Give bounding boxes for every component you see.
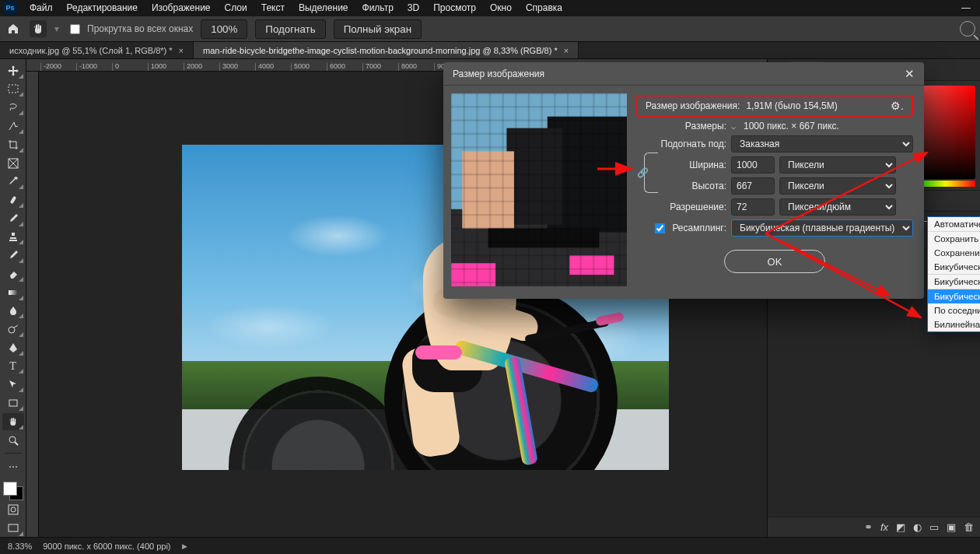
menu-изображение[interactable]: Изображение xyxy=(145,1,217,15)
move-tool[interactable] xyxy=(2,62,24,79)
shape-tool[interactable] xyxy=(2,394,24,412)
menu-выделение[interactable]: Выделение xyxy=(292,1,355,15)
width-input[interactable] xyxy=(731,156,775,174)
healing-tool[interactable] xyxy=(2,191,24,209)
doc-dimensions: 9000 пикс. x 6000 пикс. (400 ppi) xyxy=(43,542,170,551)
path-select-tool[interactable] xyxy=(2,376,24,393)
resolution-unit-select[interactable]: Пиксели/дюйм xyxy=(779,198,896,216)
ruler-vertical xyxy=(26,59,39,537)
dialog-title: Размер изображения xyxy=(453,68,544,79)
resample-label: Ресамплинг: xyxy=(672,223,726,233)
document-tab[interactable]: исходник.jpg @ 55,1% (Слой 1, RGB/8*) *× xyxy=(0,42,194,58)
crop-tool[interactable] xyxy=(2,136,24,153)
resample-option[interactable]: Сохранение деталей 2.0Alt+3 xyxy=(928,246,980,260)
gradient-tool[interactable] xyxy=(2,284,24,301)
brush-tool[interactable] xyxy=(2,210,24,227)
eyedropper-tool[interactable] xyxy=(2,173,24,190)
resample-option[interactable]: Бикубическая (с увеличением)Alt+4 xyxy=(928,260,980,274)
svg-rect-7 xyxy=(9,505,18,514)
svg-point-8 xyxy=(11,507,16,512)
zoom-tool[interactable] xyxy=(2,432,24,449)
document-tab[interactable]: man-ride-bicycle-bridgethe-image-cyclist… xyxy=(194,42,579,58)
width-label: Ширина: xyxy=(650,160,726,170)
frame-tool[interactable] xyxy=(2,155,24,172)
svg-rect-2 xyxy=(9,196,16,205)
link-dimensions-icon[interactable]: 🔗 xyxy=(644,153,658,193)
resample-option[interactable]: БилинейнаяAlt+8 xyxy=(928,317,980,331)
tools-toolbar: T ⋯ xyxy=(0,59,26,537)
close-icon[interactable]: ✕ xyxy=(905,67,915,81)
quickmask-icon[interactable] xyxy=(2,502,24,519)
type-tool[interactable]: T xyxy=(2,358,24,375)
new-layer-icon[interactable]: ▣ xyxy=(947,521,956,533)
color-swatches[interactable] xyxy=(3,482,23,500)
quick-select-tool[interactable] xyxy=(2,117,24,135)
hand-tool-icon[interactable] xyxy=(30,20,47,37)
height-unit-select[interactable]: Пиксели xyxy=(779,177,896,195)
height-label: Высота: xyxy=(650,181,726,191)
resolution-input[interactable] xyxy=(731,198,775,216)
fit-to-label: Подогнать под: xyxy=(636,138,726,149)
ok-button[interactable]: OK xyxy=(724,250,825,273)
resample-option[interactable]: АвтоматическиAlt+1 xyxy=(928,217,980,231)
resample-option[interactable]: По соседним пикселям (четкие края)Alt+7 xyxy=(928,303,980,317)
menu-справка[interactable]: Справка xyxy=(520,1,569,15)
home-icon[interactable] xyxy=(5,20,22,37)
search-icon[interactable] xyxy=(960,21,975,37)
scroll-all-windows-label: Прокрутка во всех окнах xyxy=(87,23,193,34)
resample-option[interactable]: Бикубическая (плавные градиенты)Alt+6 xyxy=(928,289,980,303)
gear-icon[interactable]: ⚙. xyxy=(891,100,904,112)
screenmode-icon[interactable] xyxy=(2,520,24,537)
menu-текст[interactable]: Текст xyxy=(255,1,291,15)
status-caret-icon[interactable]: ▶ xyxy=(182,542,187,550)
zoom-level[interactable]: 8.33% xyxy=(8,542,32,551)
svg-rect-5 xyxy=(9,400,17,406)
image-size-summary: Размер изображения: 1,91M (было 154,5M) … xyxy=(636,95,913,117)
width-unit-select[interactable]: Пиксели xyxy=(779,156,896,174)
layer-fx-icon[interactable]: fx xyxy=(880,521,888,533)
scroll-all-windows-checkbox[interactable]: Прокрутка во всех окнах xyxy=(67,22,193,37)
pen-tool[interactable] xyxy=(2,339,24,356)
full-screen-button[interactable]: Полный экран xyxy=(334,19,422,39)
height-input[interactable] xyxy=(731,177,775,195)
hand-tool[interactable] xyxy=(2,413,24,430)
resample-option[interactable]: Сохранить детали (с увеличением)Alt+2 xyxy=(928,232,980,246)
fit-screen-button[interactable]: Подогнать xyxy=(255,19,325,39)
history-brush-tool[interactable] xyxy=(2,247,24,264)
dimensions-value: 1000 пикс. × 667 пикс. xyxy=(744,121,839,131)
close-tab-icon[interactable]: × xyxy=(179,46,184,55)
layers-panel-footer: ⚭ fx ◩ ◐ ▭ ▣ 🗑 xyxy=(768,517,980,537)
resample-checkbox[interactable] xyxy=(655,223,665,233)
menu-файл[interactable]: Файл xyxy=(23,1,59,15)
menu-редактирование[interactable]: Редактирование xyxy=(61,1,144,15)
adjustment-layer-icon[interactable]: ◐ xyxy=(913,521,922,533)
menu-фильтр[interactable]: Фильтр xyxy=(356,1,400,15)
svg-rect-17 xyxy=(488,229,600,248)
group-icon[interactable]: ▭ xyxy=(929,521,939,533)
menu-просмотр[interactable]: Просмотр xyxy=(427,1,482,15)
blur-tool[interactable] xyxy=(2,303,24,320)
resolution-label: Разрешение: xyxy=(636,202,726,212)
lasso-tool[interactable] xyxy=(2,99,24,116)
window-minimize-icon[interactable]: — xyxy=(955,2,977,13)
stamp-tool[interactable] xyxy=(2,229,24,246)
eraser-tool[interactable] xyxy=(2,265,24,282)
zoom-100-button[interactable]: 100% xyxy=(201,19,247,39)
layer-mask-icon[interactable]: ◩ xyxy=(896,521,905,533)
close-tab-icon[interactable]: × xyxy=(564,46,569,55)
menu-окно[interactable]: Окно xyxy=(484,1,518,15)
image-preview xyxy=(451,93,627,286)
menu-3d[interactable]: 3D xyxy=(401,1,425,15)
document-tabs: исходник.jpg @ 55,1% (Слой 1, RGB/8*) *×… xyxy=(0,42,980,59)
resample-select[interactable]: Бикубическая (плавные градиенты) xyxy=(731,219,913,237)
resample-dropdown[interactable]: АвтоматическиAlt+1Сохранить детали (с ув… xyxy=(927,216,980,332)
fit-to-select[interactable]: Заказная xyxy=(731,135,913,153)
link-layers-icon[interactable]: ⚭ xyxy=(864,521,873,533)
trash-icon[interactable]: 🗑 xyxy=(964,521,974,533)
edit-toolbar-icon[interactable]: ⋯ xyxy=(2,458,24,475)
menu-слои[interactable]: Слои xyxy=(219,1,254,15)
dodge-tool[interactable] xyxy=(2,321,24,338)
dimensions-label: Размеры: xyxy=(636,121,726,131)
resample-option[interactable]: Бикубическая (с уменьшением)Alt+5 xyxy=(928,275,980,289)
marquee-tool[interactable] xyxy=(2,81,24,98)
